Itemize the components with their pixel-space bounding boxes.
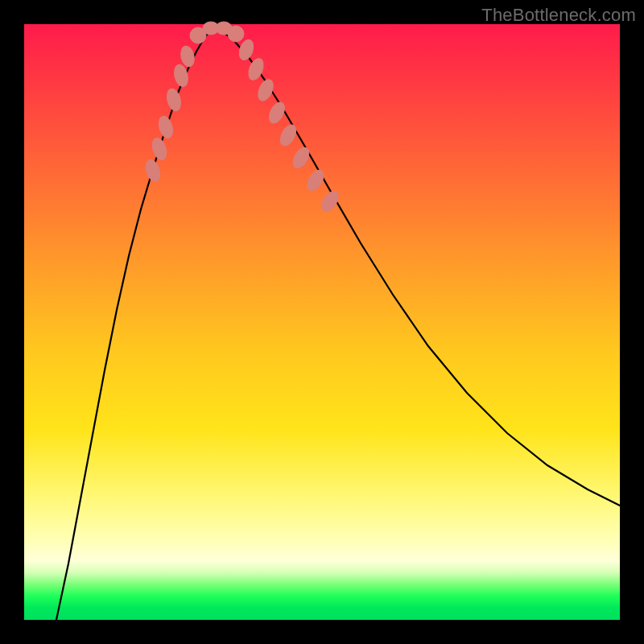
bead-marker — [143, 158, 163, 184]
left-curve — [56, 27, 214, 620]
curve-layer — [24, 24, 620, 620]
bead-marker — [172, 63, 190, 88]
bead-marker — [277, 122, 299, 148]
chart-frame: TheBottleneck.com — [0, 0, 644, 644]
bead-marker — [179, 45, 196, 68]
plot-area — [24, 24, 620, 620]
watermark-text: TheBottleneck.com — [481, 5, 636, 26]
bead-marker — [228, 26, 244, 42]
bead-marker — [165, 87, 184, 112]
bead-marker — [156, 114, 175, 139]
bead-marker — [290, 145, 312, 171]
right-curve — [214, 27, 620, 506]
bead-marker — [237, 38, 256, 62]
bead-marker — [319, 188, 342, 214]
bead-group — [143, 22, 341, 214]
bead-marker — [255, 77, 276, 103]
bead-marker — [150, 136, 169, 162]
